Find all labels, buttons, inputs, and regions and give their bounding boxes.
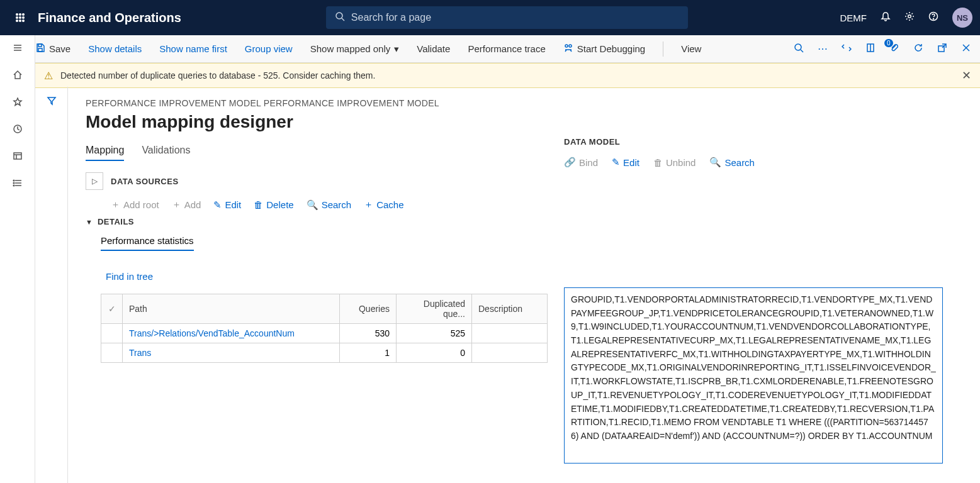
- plus-icon: ＋: [111, 199, 120, 211]
- svg-line-10: [342, 18, 344, 21]
- performance-statistics-tab[interactable]: Performance statistics: [101, 235, 194, 251]
- search-button[interactable]: 🔍Search: [307, 199, 352, 211]
- home-icon[interactable]: [13, 70, 23, 83]
- hamburger-icon[interactable]: [13, 43, 23, 56]
- table-row[interactable]: Trans 1 0: [101, 343, 548, 363]
- data-sources-actions: ＋Add root ＋Add ✎Edit 🗑Delete 🔍Search ＋Ca…: [111, 199, 551, 211]
- unbind-button: 🗑Unbind: [653, 157, 696, 168]
- save-button[interactable]: Save: [35, 43, 70, 55]
- warning-icon: ⚠: [44, 70, 53, 82]
- col-queries[interactable]: Queries: [340, 294, 397, 324]
- svg-point-7: [20, 20, 21, 22]
- search-placeholder: Search for a page: [351, 12, 431, 23]
- col-path[interactable]: Path: [123, 294, 340, 324]
- connect-icon[interactable]: [842, 43, 852, 55]
- bell-icon[interactable]: [881, 11, 891, 24]
- page-tabs: Mapping Validations: [86, 145, 551, 161]
- app-title: Finance and Operations: [38, 11, 181, 25]
- book-icon[interactable]: [865, 43, 876, 55]
- edit-button[interactable]: ✎Edit: [213, 199, 241, 211]
- warning-bar: ⚠ Detected number of duplicate queries t…: [35, 63, 980, 88]
- performance-trace-button[interactable]: Performance trace: [468, 43, 545, 54]
- command-bar: Save Show details Show name first Group …: [0, 35, 980, 63]
- trash-icon: 🗑: [254, 199, 263, 210]
- sql-output[interactable]: GROUPID,T1.VENDORPORTALADMINISTRATORRECI…: [564, 287, 943, 464]
- data-sources-expander[interactable]: ▷: [86, 172, 103, 190]
- help-icon[interactable]: [928, 11, 938, 24]
- layout-icon[interactable]: [13, 151, 23, 164]
- svg-rect-27: [38, 44, 42, 47]
- show-details-button[interactable]: Show details: [88, 43, 142, 54]
- svg-point-0: [16, 14, 18, 16]
- svg-rect-18: [14, 153, 21, 159]
- tab-validations[interactable]: Validations: [142, 145, 190, 161]
- filter-icon[interactable]: [47, 96, 57, 483]
- svg-point-30: [569, 45, 572, 47]
- select-all-checkbox[interactable]: ✓: [101, 294, 123, 324]
- group-view-button[interactable]: Group view: [245, 43, 293, 54]
- search-icon[interactable]: [794, 43, 804, 55]
- svg-point-5: [23, 17, 25, 19]
- show-name-first-button[interactable]: Show name first: [159, 43, 227, 54]
- company-label[interactable]: DEMF: [840, 13, 867, 23]
- validate-button[interactable]: Validate: [417, 43, 450, 54]
- caret-down-icon: ▼: [86, 218, 93, 226]
- avatar[interactable]: NS: [952, 8, 972, 28]
- table-row[interactable]: Trans/>Relations/VendTable_AccountNum 53…: [101, 324, 548, 343]
- pencil-icon: ✎: [213, 199, 222, 211]
- chevron-down-icon: ▾: [394, 43, 399, 55]
- search-icon: 🔍: [307, 199, 318, 211]
- data-model-actions: 🔗Bind ✎Edit 🗑Unbind 🔍Search: [564, 157, 971, 168]
- edit-button[interactable]: ✎Edit: [612, 157, 639, 168]
- search-icon: [335, 11, 345, 24]
- col-dup[interactable]: Duplicated que...: [397, 294, 472, 324]
- svg-point-3: [16, 17, 18, 19]
- warning-close-icon[interactable]: ✕: [962, 69, 971, 82]
- plus-icon: ＋: [172, 199, 181, 211]
- svg-point-9: [336, 13, 342, 19]
- more-icon[interactable]: ⋯: [818, 43, 828, 55]
- main-area: PERFORMANCE IMPROVEMENT MODEL PERFORMANC…: [35, 87, 980, 483]
- left-panel: PERFORMANCE IMPROVEMENT MODEL PERFORMANC…: [86, 98, 551, 483]
- find-in-tree-link[interactable]: Find in tree: [106, 271, 153, 282]
- refresh-icon[interactable]: [913, 43, 923, 55]
- popout-icon[interactable]: [937, 43, 947, 55]
- star-icon[interactable]: [13, 97, 23, 110]
- close-icon[interactable]: [961, 43, 971, 55]
- clock-icon[interactable]: [13, 124, 23, 137]
- trash-icon: 🗑: [653, 157, 663, 168]
- attach-icon[interactable]: 0: [889, 43, 899, 55]
- link-icon: 🔗: [564, 157, 576, 168]
- svg-point-25: [13, 182, 14, 184]
- global-search-input[interactable]: Search for a page: [326, 6, 688, 29]
- waffle-icon[interactable]: [8, 13, 33, 23]
- data-sources-label: DATA SOURCES: [111, 177, 179, 186]
- svg-point-8: [23, 20, 25, 22]
- path-link[interactable]: Trans: [129, 348, 151, 358]
- path-link[interactable]: Trans/>Relations/VendTable_AccountNum: [129, 328, 295, 338]
- warning-text: Detected number of duplicate queries to …: [60, 70, 375, 80]
- filter-column: [35, 87, 68, 483]
- delete-button[interactable]: 🗑Delete: [254, 199, 293, 211]
- col-desc[interactable]: Description: [472, 294, 548, 324]
- svg-point-4: [20, 17, 21, 19]
- list-icon[interactable]: [13, 178, 23, 191]
- start-debugging-button[interactable]: Start Debugging: [563, 43, 645, 55]
- search-button[interactable]: 🔍Search: [709, 157, 755, 168]
- search-icon: 🔍: [709, 157, 721, 168]
- show-mapped-only-dropdown[interactable]: Show mapped only ▾: [310, 43, 400, 55]
- gear-icon[interactable]: [904, 11, 915, 24]
- header-right: DEMF NS: [840, 8, 973, 28]
- details-header[interactable]: ▼ DETAILS: [86, 217, 551, 226]
- svg-point-13: [933, 18, 933, 19]
- svg-point-26: [13, 185, 14, 186]
- left-rail: [0, 35, 35, 483]
- cache-button[interactable]: ＋Cache: [364, 199, 403, 211]
- tab-mapping[interactable]: Mapping: [86, 145, 124, 161]
- pencil-icon: ✎: [612, 157, 620, 168]
- view-button[interactable]: View: [681, 43, 701, 54]
- svg-line-32: [801, 50, 803, 52]
- performance-table: ✓ Path Queries Duplicated que... Descrip…: [101, 294, 548, 363]
- add-button: ＋Add: [172, 199, 201, 211]
- svg-point-29: [565, 45, 568, 47]
